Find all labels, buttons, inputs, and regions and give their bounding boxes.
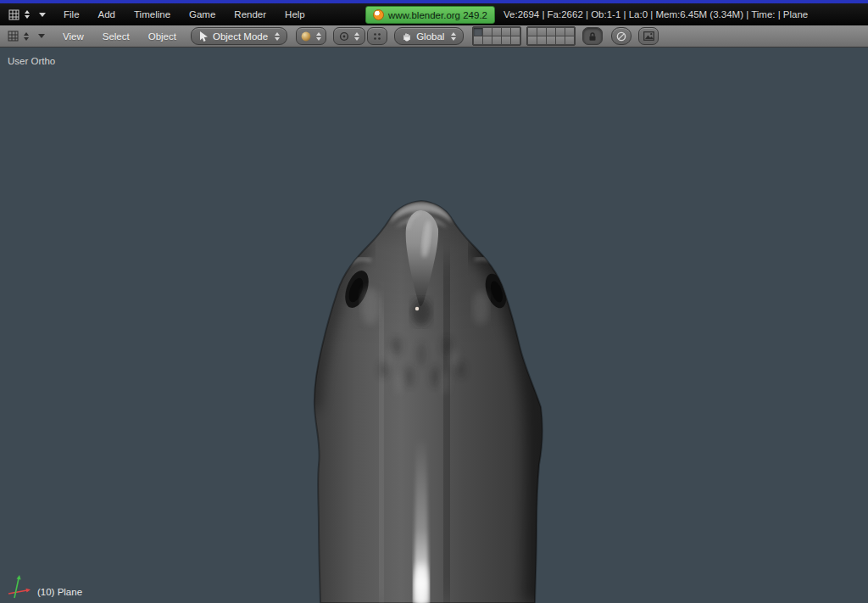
- manipulator-button[interactable]: [367, 27, 387, 45]
- layer-toggle[interactable]: [492, 28, 501, 36]
- layer-toggle[interactable]: [511, 36, 520, 44]
- object-mode-icon: [198, 31, 209, 42]
- x-axis-icon: [8, 589, 31, 594]
- shading-sphere-icon: [301, 31, 311, 42]
- spinner-icon: [354, 32, 359, 41]
- scene-stats-text: Ve:2694 | Fa:2662 | Ob:1-1 | La:0 | Mem:…: [504, 3, 808, 25]
- layer-toggle[interactable]: [483, 28, 492, 36]
- scene-lock-button[interactable]: [582, 27, 603, 45]
- layer-toggle[interactable]: [511, 28, 520, 36]
- orientation-select-value: Global: [416, 31, 444, 42]
- viewport-canvas[interactable]: User Ortho (10) Plane: [0, 47, 868, 603]
- version-text: www.blender.org 249.2: [388, 10, 487, 20]
- layer-toggle[interactable]: [492, 36, 501, 44]
- layer-toggle[interactable]: [483, 36, 492, 44]
- layer-toggle[interactable]: [474, 28, 482, 36]
- layer-toggle[interactable]: [565, 28, 574, 36]
- layer-toggle[interactable]: [556, 28, 565, 36]
- layer-toggle[interactable]: [547, 36, 555, 44]
- hand-icon: [402, 31, 412, 42]
- layer-toggle[interactable]: [556, 36, 565, 44]
- y-axis-icon: [14, 575, 21, 598]
- menu-file[interactable]: File: [54, 9, 89, 20]
- viewport-shading-button[interactable]: [296, 27, 326, 45]
- toggle-circle-button[interactable]: [611, 27, 632, 45]
- info-header: File Add Timeline Game Render Help www.b…: [0, 3, 868, 25]
- orientation-select[interactable]: Global: [394, 27, 464, 45]
- menu-timeline[interactable]: Timeline: [125, 9, 180, 20]
- render-window-icon: [643, 31, 654, 41]
- axis-gizmo: [5, 570, 37, 600]
- view-name-label: User Ortho: [8, 56, 55, 66]
- menu-select[interactable]: Select: [93, 31, 139, 42]
- spinner-icon: [24, 32, 29, 41]
- menu-view[interactable]: View: [53, 31, 93, 42]
- editor-type-icon: [8, 9, 19, 20]
- layer-toggle[interactable]: [528, 28, 537, 36]
- layer-grid-right: [526, 26, 576, 46]
- layer-toggle[interactable]: [502, 28, 510, 36]
- menu-object[interactable]: Object: [139, 31, 186, 42]
- viewport-header: View Select Object Object Mode: [0, 25, 868, 47]
- spinner-icon: [275, 32, 280, 41]
- layer-toggle[interactable]: [547, 28, 555, 36]
- circle-slash-icon: [616, 31, 626, 42]
- mode-select[interactable]: Object Mode: [191, 27, 287, 45]
- frame-object-label: (10) Plane: [37, 587, 82, 597]
- menu-add[interactable]: Add: [89, 9, 125, 20]
- layer-grid-left: [472, 26, 521, 46]
- spinner-icon: [25, 10, 30, 19]
- object-origin-dot: [415, 307, 419, 310]
- menu-render[interactable]: Render: [225, 9, 275, 20]
- chevron-down-icon[interactable]: [38, 34, 45, 38]
- editor-type-button[interactable]: [6, 8, 32, 22]
- spinner-icon: [451, 32, 456, 41]
- lock-icon: [587, 31, 598, 42]
- layer-toggle[interactable]: [537, 36, 546, 44]
- render-window-button[interactable]: [638, 27, 659, 45]
- spinner-icon: [316, 32, 321, 41]
- layer-toggle[interactable]: [537, 28, 546, 36]
- pivot-center-select[interactable]: [333, 27, 365, 45]
- manipulator-dots-icon: [373, 32, 381, 41]
- layer-toggle[interactable]: [528, 36, 537, 44]
- version-badge: www.blender.org 249.2: [365, 6, 495, 24]
- editor-type-icon: [8, 31, 19, 42]
- menu-help[interactable]: Help: [275, 9, 314, 20]
- viewport-editor-type-button[interactable]: [5, 29, 31, 43]
- pivot-center-icon: [339, 31, 349, 42]
- layer-toggle[interactable]: [502, 36, 510, 44]
- layer-toggle[interactable]: [474, 36, 482, 44]
- mode-select-value: Object Mode: [213, 31, 268, 42]
- menu-game[interactable]: Game: [180, 9, 225, 20]
- blender-window: File Add Timeline Game Render Help www.b…: [0, 0, 868, 603]
- model-bird-head[interactable]: [0, 47, 868, 603]
- chevron-down-icon[interactable]: [39, 13, 46, 17]
- layer-toggle[interactable]: [565, 36, 574, 44]
- blender-logo-icon: [373, 9, 384, 20]
